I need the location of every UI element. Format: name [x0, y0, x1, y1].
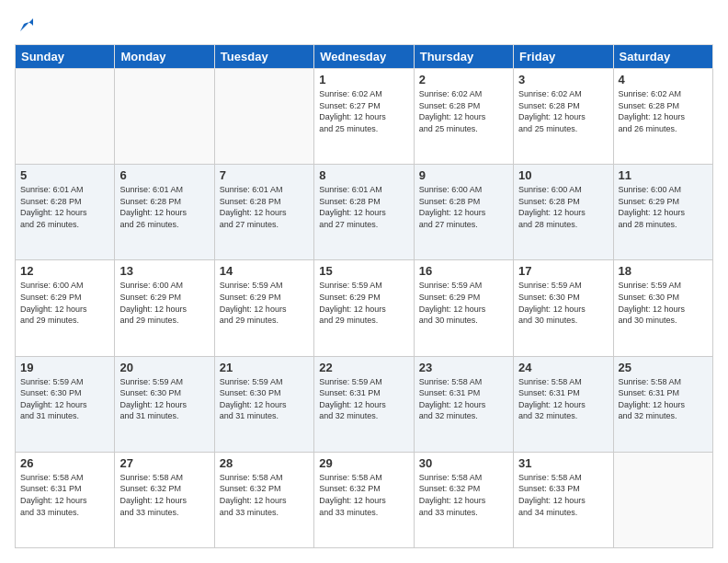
calendar-cell: 12Sunrise: 6:00 AM Sunset: 6:29 PM Dayli…	[16, 260, 115, 356]
day-number: 2	[419, 73, 508, 86]
day-number: 4	[619, 73, 708, 86]
day-info: Sunrise: 5:59 AM Sunset: 6:30 PM Dayligh…	[619, 280, 708, 326]
calendar-cell: 7Sunrise: 6:01 AM Sunset: 6:28 PM Daylig…	[214, 165, 313, 260]
day-number: 9	[419, 168, 508, 182]
calendar-cell: 19Sunrise: 5:59 AM Sunset: 6:30 PM Dayli…	[16, 356, 115, 452]
calendar-cell: 26Sunrise: 5:58 AM Sunset: 6:31 PM Dayli…	[16, 452, 115, 547]
day-number: 3	[518, 73, 608, 86]
logo-icon	[17, 15, 37, 35]
calendar-cell: 11Sunrise: 6:00 AM Sunset: 6:29 PM Dayli…	[613, 165, 712, 260]
day-number: 30	[419, 456, 508, 470]
logo-block	[15, 15, 37, 35]
day-number: 6	[119, 168, 209, 182]
calendar-cell: 18Sunrise: 5:59 AM Sunset: 6:30 PM Dayli…	[613, 260, 712, 356]
calendar-week-4: 19Sunrise: 5:59 AM Sunset: 6:30 PM Dayli…	[16, 356, 713, 452]
day-info: Sunrise: 5:59 AM Sunset: 6:29 PM Dayligh…	[319, 280, 408, 326]
day-number: 1	[319, 73, 408, 86]
day-info: Sunrise: 6:02 AM Sunset: 6:28 PM Dayligh…	[619, 88, 708, 134]
day-info: Sunrise: 6:00 AM Sunset: 6:28 PM Dayligh…	[419, 184, 508, 230]
day-info: Sunrise: 5:59 AM Sunset: 6:31 PM Dayligh…	[319, 376, 408, 422]
day-number: 11	[619, 168, 708, 182]
day-number: 21	[220, 361, 309, 374]
day-info: Sunrise: 5:59 AM Sunset: 6:29 PM Dayligh…	[220, 280, 309, 326]
calendar-week-3: 12Sunrise: 6:00 AM Sunset: 6:29 PM Dayli…	[16, 260, 713, 356]
day-info: Sunrise: 5:58 AM Sunset: 6:32 PM Dayligh…	[419, 472, 508, 518]
day-number: 29	[319, 456, 408, 470]
day-info: Sunrise: 5:59 AM Sunset: 6:30 PM Dayligh…	[119, 376, 209, 422]
calendar-cell: 9Sunrise: 6:00 AM Sunset: 6:28 PM Daylig…	[414, 165, 513, 260]
day-number: 24	[518, 361, 608, 374]
day-number: 18	[619, 264, 708, 278]
calendar-cell: 29Sunrise: 5:58 AM Sunset: 6:32 PM Dayli…	[314, 452, 414, 547]
day-info: Sunrise: 6:00 AM Sunset: 6:29 PM Dayligh…	[20, 280, 109, 326]
calendar-cell: 23Sunrise: 5:58 AM Sunset: 6:31 PM Dayli…	[414, 356, 513, 452]
logo	[15, 15, 37, 35]
calendar-week-5: 26Sunrise: 5:58 AM Sunset: 6:31 PM Dayli…	[16, 452, 713, 547]
day-number: 14	[220, 264, 309, 278]
calendar-cell: 15Sunrise: 5:59 AM Sunset: 6:29 PM Dayli…	[314, 260, 414, 356]
calendar-cell: 31Sunrise: 5:58 AM Sunset: 6:33 PM Dayli…	[514, 452, 613, 547]
day-number: 20	[119, 361, 209, 374]
calendar-cell: 30Sunrise: 5:58 AM Sunset: 6:32 PM Dayli…	[414, 452, 513, 547]
calendar-cell	[16, 69, 115, 165]
day-info: Sunrise: 5:58 AM Sunset: 6:31 PM Dayligh…	[619, 376, 708, 422]
calendar-cell: 1Sunrise: 6:02 AM Sunset: 6:27 PM Daylig…	[314, 69, 414, 165]
calendar-cell: 20Sunrise: 5:59 AM Sunset: 6:30 PM Dayli…	[115, 356, 214, 452]
day-number: 13	[119, 264, 209, 278]
day-info: Sunrise: 6:00 AM Sunset: 6:29 PM Dayligh…	[119, 280, 209, 326]
day-number: 12	[20, 264, 109, 278]
day-number: 8	[319, 168, 408, 182]
day-info: Sunrise: 5:58 AM Sunset: 6:33 PM Dayligh…	[518, 472, 608, 518]
day-info: Sunrise: 5:59 AM Sunset: 6:30 PM Dayligh…	[20, 376, 109, 422]
calendar-cell: 28Sunrise: 5:58 AM Sunset: 6:32 PM Dayli…	[214, 452, 313, 547]
day-info: Sunrise: 5:58 AM Sunset: 6:31 PM Dayligh…	[518, 376, 608, 422]
weekday-header-wednesday: Wednesday	[314, 45, 414, 69]
day-info: Sunrise: 6:01 AM Sunset: 6:28 PM Dayligh…	[20, 184, 109, 230]
weekday-header-saturday: Saturday	[613, 45, 712, 69]
calendar-cell: 16Sunrise: 5:59 AM Sunset: 6:29 PM Dayli…	[414, 260, 513, 356]
calendar-cell: 5Sunrise: 6:01 AM Sunset: 6:28 PM Daylig…	[16, 165, 115, 260]
day-info: Sunrise: 6:02 AM Sunset: 6:28 PM Dayligh…	[518, 88, 608, 134]
header	[15, 15, 713, 35]
day-info: Sunrise: 6:00 AM Sunset: 6:29 PM Dayligh…	[619, 184, 708, 230]
day-info: Sunrise: 5:58 AM Sunset: 6:31 PM Dayligh…	[419, 376, 508, 422]
day-info: Sunrise: 5:59 AM Sunset: 6:30 PM Dayligh…	[518, 280, 608, 326]
calendar-cell: 24Sunrise: 5:58 AM Sunset: 6:31 PM Dayli…	[514, 356, 613, 452]
day-number: 16	[419, 264, 508, 278]
weekday-header-sunday: Sunday	[16, 45, 115, 69]
calendar-week-2: 5Sunrise: 6:01 AM Sunset: 6:28 PM Daylig…	[16, 165, 713, 260]
calendar-cell: 22Sunrise: 5:59 AM Sunset: 6:31 PM Dayli…	[314, 356, 414, 452]
day-number: 25	[619, 361, 708, 374]
calendar-cell: 21Sunrise: 5:59 AM Sunset: 6:30 PM Dayli…	[214, 356, 313, 452]
day-info: Sunrise: 5:58 AM Sunset: 6:32 PM Dayligh…	[119, 472, 209, 518]
calendar-cell: 17Sunrise: 5:59 AM Sunset: 6:30 PM Dayli…	[514, 260, 613, 356]
day-info: Sunrise: 5:59 AM Sunset: 6:30 PM Dayligh…	[220, 376, 309, 422]
calendar-cell	[115, 69, 214, 165]
calendar-cell: 3Sunrise: 6:02 AM Sunset: 6:28 PM Daylig…	[514, 69, 613, 165]
calendar-cell: 25Sunrise: 5:58 AM Sunset: 6:31 PM Dayli…	[613, 356, 712, 452]
calendar-cell: 27Sunrise: 5:58 AM Sunset: 6:32 PM Dayli…	[115, 452, 214, 547]
day-info: Sunrise: 6:01 AM Sunset: 6:28 PM Dayligh…	[220, 184, 309, 230]
day-number: 23	[419, 361, 508, 374]
calendar-cell: 14Sunrise: 5:59 AM Sunset: 6:29 PM Dayli…	[214, 260, 313, 356]
day-info: Sunrise: 6:01 AM Sunset: 6:28 PM Dayligh…	[319, 184, 408, 230]
day-info: Sunrise: 6:00 AM Sunset: 6:28 PM Dayligh…	[518, 184, 608, 230]
weekday-header-monday: Monday	[115, 45, 214, 69]
calendar-week-1: 1Sunrise: 6:02 AM Sunset: 6:27 PM Daylig…	[16, 69, 713, 165]
calendar-cell: 10Sunrise: 6:00 AM Sunset: 6:28 PM Dayli…	[514, 165, 613, 260]
calendar-cell	[613, 452, 712, 547]
page: SundayMondayTuesdayWednesdayThursdayFrid…	[0, 0, 728, 563]
calendar-cell	[214, 69, 313, 165]
day-number: 28	[220, 456, 309, 470]
calendar-table: SundayMondayTuesdayWednesdayThursdayFrid…	[15, 44, 713, 548]
weekday-header-tuesday: Tuesday	[214, 45, 313, 69]
day-info: Sunrise: 5:58 AM Sunset: 6:31 PM Dayligh…	[20, 472, 109, 518]
day-number: 7	[220, 168, 309, 182]
day-info: Sunrise: 5:58 AM Sunset: 6:32 PM Dayligh…	[220, 472, 309, 518]
day-info: Sunrise: 5:58 AM Sunset: 6:32 PM Dayligh…	[319, 472, 408, 518]
weekday-header-thursday: Thursday	[414, 45, 513, 69]
weekday-header-friday: Friday	[514, 45, 613, 69]
day-number: 10	[518, 168, 608, 182]
calendar-cell: 4Sunrise: 6:02 AM Sunset: 6:28 PM Daylig…	[613, 69, 712, 165]
calendar-cell: 8Sunrise: 6:01 AM Sunset: 6:28 PM Daylig…	[314, 165, 414, 260]
